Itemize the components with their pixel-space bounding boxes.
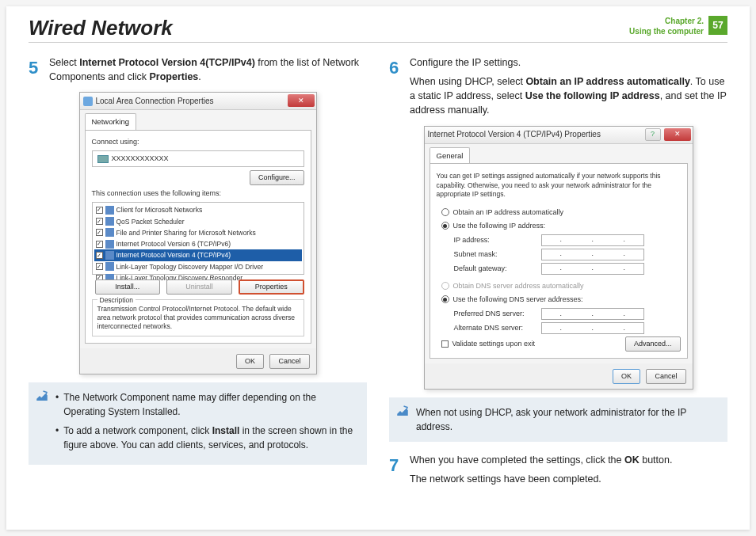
adapter-name: XXXXXXXXXXXX [112,154,169,164]
note-text: When not using DHCP, ask your network ad… [416,407,686,432]
list-item: ✓File and Printer Sharing for Microsoft … [94,227,302,238]
adapter-icon [97,155,109,163]
checkbox-icon[interactable]: ✓ [96,263,103,270]
subnet-mask-row: Subnet mask:... [454,249,681,260]
checkbox-icon[interactable]: ✓ [96,252,103,259]
note-icon [35,389,49,403]
adapter-field: XXXXXXXXXXXX [92,150,304,167]
dialog-footer: OK Cancel [425,363,693,389]
alternate-dns-row: Alternate DNS server:... [454,322,681,334]
list-item: ✓Internet Protocol Version 6 (TCP/IPv6) [94,238,302,249]
step-number: 7 [389,453,402,486]
ip-input[interactable]: ... [541,263,644,275]
configure-button[interactable]: Configure... [250,170,304,185]
description-group: Description Transmission Control Protoco… [92,299,304,336]
left-column: 5 Select Internet Protocol Version 4(TCP… [29,55,367,494]
checkbox-icon[interactable]: ✓ [96,207,103,214]
component-icon [105,240,114,249]
text: Select [49,57,79,68]
bold: Use the following IP address [525,90,660,101]
ok-button[interactable]: OK [236,354,264,369]
dialog-titlebar: Internet Protocol Version 4 (TCP/IPv4) P… [425,127,693,144]
step-line: Configure the IP settings. [410,55,727,70]
ip-input[interactable]: ... [541,308,644,320]
ip-input[interactable]: ... [541,322,644,334]
note-icon [395,404,410,418]
item-label: QoS Packet Scheduler [116,217,185,226]
ip-input[interactable]: ... [541,249,644,260]
radio-label: Use the following IP address: [453,221,545,231]
description-text: Transmission Control Protocol/Internet P… [97,305,299,331]
connect-using-label: Connect using: [92,137,304,147]
cancel-button[interactable]: Cancel [269,354,309,369]
dialog-footer: OK Cancel [80,348,316,374]
field-label: IP address: [454,235,541,245]
radio-icon [441,208,449,216]
close-icon[interactable]: ✕ [288,94,315,107]
configure-row: Configure... [92,170,304,185]
list-item: ✓Link-Layer Topology Discovery Mapper I/… [94,261,302,272]
checkbox-icon[interactable]: ✓ [96,218,103,225]
gateway-row: Default gateway:... [454,263,681,275]
chapter-line2: Using the computer [629,26,704,36]
bullet: •To add a network component, click Insta… [55,424,357,452]
page-number-badge: 57 [708,16,727,35]
dialog-panel: You can get IP settings assigned automat… [430,163,688,359]
step-line: When using DHCP, select Obtain an IP add… [410,74,727,117]
bold: Obtain an IP address automatically [525,76,689,87]
properties-button[interactable]: Properties [239,279,304,295]
help-icon[interactable]: ? [645,128,661,141]
bullet: •The Network Component name may differ d… [55,390,357,419]
ok-button[interactable]: OK [613,369,640,384]
step-text: Select Internet Protocol Version 4(TCP/I… [49,55,367,84]
component-list[interactable]: ✓Client for Microsoft Networks ✓QoS Pack… [92,202,304,275]
tab-networking[interactable]: Networking [85,113,137,130]
ip-address-row: IP address:... [454,234,681,246]
component-icon [105,228,114,237]
dialog-title: Internet Protocol Version 4 (TCP/IPv4) P… [428,129,601,141]
list-item: ✓QoS Packet Scheduler [94,216,302,227]
component-icon [105,206,114,215]
uninstall-button[interactable]: Uninstall [166,279,232,295]
item-label: Internet Protocol Version 6 (TCP/IPv6) [116,239,231,249]
field-label: Subnet mask: [454,249,541,260]
radio-use-dns[interactable]: Use the following DNS server addresses: [441,295,681,305]
dialog-titlebar: Local Area Connection Properties ✕ [80,93,316,110]
bullet-dot: • [55,390,59,419]
step-text: Configure the IP settings. When using DH… [410,55,727,118]
tab-general[interactable]: General [430,147,471,164]
radio-obtain-ip[interactable]: Obtain an IP address automatically [441,207,681,218]
note-box: When not using DHCP, ask your network ad… [389,397,727,442]
tab-strip: Networking [80,110,316,130]
page-title: Wired Network [29,16,629,40]
item-label: File and Printer Sharing for Microsoft N… [116,228,256,238]
radio-label: Obtain an IP address automatically [453,207,563,218]
radio-use-ip[interactable]: Use the following IP address: [441,221,681,231]
manual-page: Wired Network Chapter 2. Using the compu… [6,6,750,530]
field-label: Preferred DNS server: [454,309,541,319]
list-item: ✓Client for Microsoft Networks [94,204,302,215]
preferred-dns-row: Preferred DNS server:... [454,308,681,320]
install-button[interactable]: Install... [95,279,161,295]
cancel-button[interactable]: Cancel [646,369,685,384]
items-label: This connection uses the following items… [92,188,304,199]
info-text: You can get IP settings assigned automat… [437,170,681,203]
step-number: 6 [389,55,402,118]
radio-obtain-dns[interactable]: Obtain DNS server address automatically [441,281,681,291]
bullet-dot: • [55,424,59,452]
ip-input[interactable]: ... [541,234,644,246]
checkbox-icon[interactable]: ✓ [96,229,103,236]
step-number: 5 [29,55,41,84]
step-5: 5 Select Internet Protocol Version 4(TCP… [29,55,367,84]
radio-label: Use the following DNS server addresses: [453,295,583,305]
checkbox-icon [441,340,449,348]
item-label: Link-Layer Topology Discovery Mapper I/O… [116,262,264,272]
advanced-button[interactable]: Advanced... [625,336,681,352]
step-7: 7 When you have completed the settings, … [389,453,727,486]
dialog-panel: Connect using: XXXXXXXXXXXX Configure...… [85,130,311,344]
checkbox-icon[interactable]: ✓ [96,241,103,248]
bullet-text: The Network Component name may differ de… [63,390,357,419]
close-icon[interactable]: ✕ [664,128,691,141]
step-6: 6 Configure the IP settings. When using … [389,55,727,118]
right-column: 6 Configure the IP settings. When using … [389,55,727,494]
